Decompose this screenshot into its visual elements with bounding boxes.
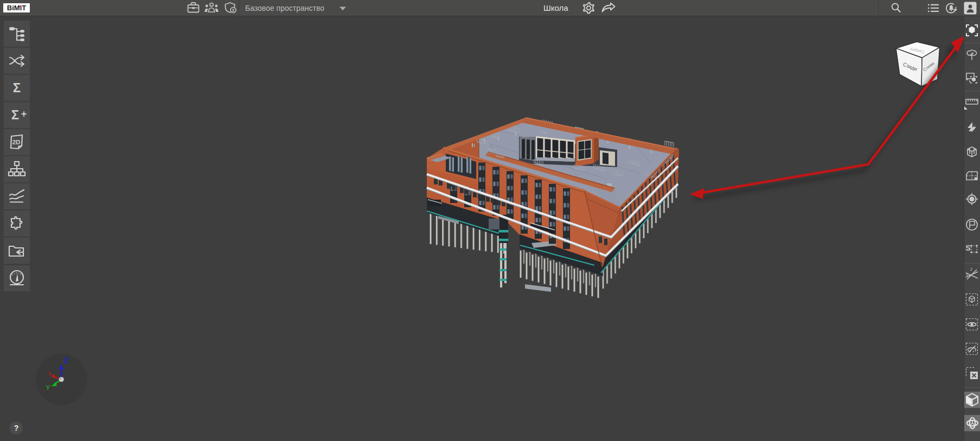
- svg-text:+: +: [21, 108, 27, 119]
- svg-text:x: x: [48, 370, 51, 376]
- svg-text:Z: Z: [63, 356, 68, 365]
- svg-text:2: 2: [970, 267, 972, 271]
- svg-text:2D: 2D: [12, 139, 21, 145]
- svg-text:Σ: Σ: [11, 107, 19, 122]
- svg-text:Y: Y: [46, 384, 50, 392]
- svg-text:Σ: Σ: [13, 80, 21, 95]
- svg-text:S: S: [965, 244, 970, 252]
- svg-text:1: 1: [966, 272, 968, 276]
